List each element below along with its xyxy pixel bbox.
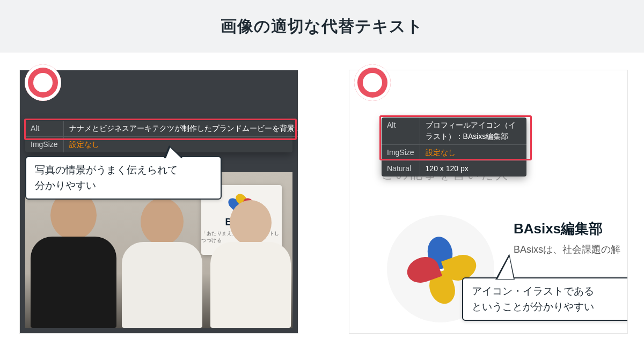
tooltip-row-imgsize: ImgSize 設定なし [382,145,526,161]
sample-person [210,200,291,328]
header-band: 画像の適切な代替テキスト [0,0,644,53]
tooltip-value-natural: 120 x 120 px [420,161,526,177]
tooltip-row-alt: Alt ナナメとビジネスアーキテクツが制作したブランドムービーを背景に集合 [25,121,298,137]
tooltip-row-natural: Natural 120 x 120 px [382,161,526,177]
sample-person [122,198,202,328]
page-title: 画像の適切な代替テキスト [221,16,423,38]
tooltip-value-imgsize: 設定なし [420,145,526,161]
good-mark-icon [25,64,61,101]
tooltip-row-alt: Alt プロフィールアイコン（イラスト）：BAsixs編集部 [382,117,526,145]
devtool-tooltip-left: Alt ナナメとビジネスアーキテクツが制作したブランドムービーを背景に集合 Im… [25,121,292,152]
tooltip-key-alt: Alt [25,121,63,137]
sample-left-background: BAsixs 「あたりまえ」を アップデートしつづける [20,70,298,333]
callout-left-text: 写真の情景がうまく伝えられて 分かりやすい [35,164,178,191]
sample-profile-title: BAsixs編集部 [514,219,603,238]
tooltip-key-alt: Alt [382,117,420,145]
example-left-frame: BAsixs 「あたりまえ」を アップデートしつづける Alt ナナメとビジネス… [19,70,298,334]
devtool-tooltip-right: Alt プロフィールアイコン（イラスト）：BAsixs編集部 ImgSize 設… [382,117,526,177]
tooltip-row-imgsize: ImgSize 設定なし [25,137,298,153]
tooltip-key-imgsize: ImgSize [382,145,420,161]
good-mark-icon [354,64,391,101]
callout-left: 写真の情景がうまく伝えられて 分かりやすい [25,156,222,200]
example-left: BAsixs 「あたりまえ」を アップデートしつづける Alt ナナメとビジネス… [19,70,298,334]
sample-person [31,190,116,328]
tooltip-key-imgsize: ImgSize [25,137,63,153]
tooltip-value-alt: ナナメとビジネスアーキテクツが制作したブランドムービーを背景に集合 [63,121,298,137]
example-right: この記事を書いた人 BAsixs編集部 BAsixsは、社会課題の解 Alt プ… [349,70,628,334]
sample-profile-sub: BAsixsは、社会課題の解 [514,243,620,256]
tooltip-value-alt: プロフィールアイコン（イラスト）：BAsixs編集部 [420,117,526,145]
tooltip-key-natural: Natural [382,161,420,177]
callout-right: アイコン・イラストである ということが分かりやすい [462,277,628,321]
example-right-frame: この記事を書いた人 BAsixs編集部 BAsixsは、社会課題の解 Alt プ… [349,70,628,334]
callout-right-text: アイコン・イラストである ということが分かりやすい [472,285,594,312]
